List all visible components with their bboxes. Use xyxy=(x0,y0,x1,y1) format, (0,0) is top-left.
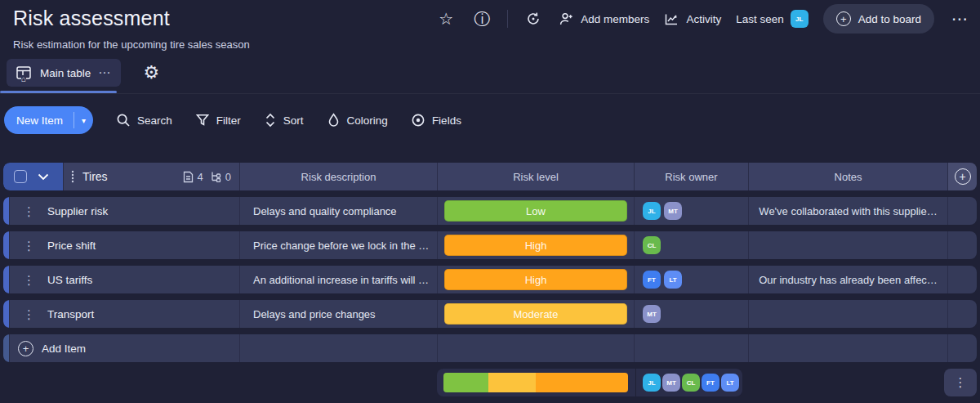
row-menu-icon[interactable]: ⋮ xyxy=(23,205,35,217)
activity-label: Activity xyxy=(686,13,721,25)
risk-description-cell[interactable]: Price change before we lock in the … xyxy=(239,231,437,259)
risk-owner-cell[interactable]: JLMT xyxy=(634,197,748,225)
owner-avatar[interactable]: MT xyxy=(662,374,680,392)
item-name[interactable]: Price shift xyxy=(47,240,96,252)
coloring-button[interactable]: Coloring xyxy=(315,106,399,134)
filter-label: Filter xyxy=(216,114,241,127)
column-header-risk-level[interactable]: Risk level xyxy=(437,163,634,190)
notes-cell[interactable]: We've collaborated with this supplie… xyxy=(748,197,947,225)
risk-owner-cell[interactable]: CL xyxy=(634,231,748,259)
doc-count[interactable]: 4 xyxy=(183,171,203,183)
risk-owner-cell[interactable]: MT xyxy=(634,300,748,328)
doc-count-value: 4 xyxy=(198,171,203,183)
summary-row: JLMTCLFTLT ⋮ xyxy=(3,369,977,396)
risk-level-label[interactable]: High xyxy=(444,235,627,256)
risk-level-cell[interactable]: Low xyxy=(437,197,634,225)
add-column-button[interactable]: + xyxy=(947,163,977,190)
summary-menu-button[interactable]: ⋮ xyxy=(944,369,977,396)
item-name[interactable]: US tariffs xyxy=(47,274,92,286)
owner-avatar[interactable]: FT xyxy=(643,271,661,289)
risk-level-distribution-bar[interactable] xyxy=(443,373,628,392)
risk-level-label[interactable]: High xyxy=(444,269,627,290)
subitems-count[interactable]: 0 xyxy=(210,171,231,183)
new-item-caret-icon[interactable]: ▾ xyxy=(74,106,93,134)
notes-cell[interactable] xyxy=(748,231,947,259)
item-name[interactable]: Transport xyxy=(47,308,94,320)
last-seen-avatar[interactable]: JL xyxy=(791,10,808,28)
row-menu-icon[interactable]: ⋮ xyxy=(23,274,35,286)
risk-level-cell[interactable]: High xyxy=(437,266,634,293)
new-item-label[interactable]: New Item xyxy=(4,106,74,134)
group-header-cell[interactable]: Tires 4 0 xyxy=(63,163,239,190)
owner-avatar[interactable]: LT xyxy=(721,374,739,392)
activity-button[interactable]: Activity xyxy=(664,11,721,27)
document-icon xyxy=(183,171,194,183)
owner-avatar[interactable]: MT xyxy=(664,202,682,220)
integrations-sync-icon[interactable] xyxy=(523,8,544,29)
add-to-board-button[interactable]: + Add to board xyxy=(823,4,934,34)
risk-description-cell[interactable]: Delays and quality compliance xyxy=(239,197,437,225)
risk-level-cell[interactable]: Moderate xyxy=(437,300,634,328)
item-name-cell[interactable]: ⋮ Supplier risk xyxy=(9,197,239,225)
summary-owners: JLMTCLFTLT xyxy=(643,374,739,392)
risk-description-cell[interactable]: Delays and price changes xyxy=(239,300,437,328)
owner-avatar[interactable]: JL xyxy=(643,374,661,392)
owner-avatar[interactable]: LT xyxy=(664,271,682,289)
new-item-button[interactable]: New Item ▾ xyxy=(4,106,93,134)
table-row[interactable]: ⋮ Supplier risk Delays and quality compl… xyxy=(3,197,977,225)
column-header-notes[interactable]: Notes xyxy=(748,163,947,190)
row-menu-icon[interactable]: ⋮ xyxy=(23,240,35,252)
empty-cell xyxy=(947,334,977,362)
notes-cell[interactable] xyxy=(748,300,947,328)
column-header-risk-description[interactable]: Risk description xyxy=(239,163,437,190)
risk-level-cell[interactable]: High xyxy=(437,231,634,259)
board-settings-gear-icon[interactable]: ⚙ xyxy=(140,62,162,83)
item-name[interactable]: Supplier risk xyxy=(47,205,108,217)
filter-button[interactable]: Filter xyxy=(184,106,252,134)
board-menu-icon[interactable]: ⋯ xyxy=(949,8,970,29)
select-all-checkbox[interactable] xyxy=(14,170,27,183)
row-color-stripe xyxy=(3,231,9,259)
risk-owner-cell[interactable]: FTLT xyxy=(634,266,748,293)
risk-description-cell[interactable]: An additional increase in tariffs will … xyxy=(239,266,437,293)
owner-avatar[interactable]: MT xyxy=(643,305,661,323)
coloring-droplet-icon xyxy=(327,113,341,128)
owner-avatar[interactable]: CL xyxy=(682,374,700,392)
item-name-cell[interactable]: ⋮ Transport xyxy=(9,300,239,328)
select-all-cell[interactable] xyxy=(3,163,63,190)
row-end-cell xyxy=(947,197,977,225)
row-menu-icon[interactable]: ⋮ xyxy=(23,308,35,320)
tab-main-table-label: Main table xyxy=(40,67,91,79)
table-row[interactable]: ⋮ Transport Delays and price changes Mod… xyxy=(3,300,977,328)
notes-text: Our industry has already been affec… xyxy=(759,274,938,286)
group-name[interactable]: Tires xyxy=(82,170,108,183)
add-members-button[interactable]: Add members xyxy=(559,11,649,27)
column-header-risk-owner[interactable]: Risk owner xyxy=(634,163,748,190)
item-name-cell[interactable]: ⋮ US tariffs xyxy=(9,266,239,293)
favorite-star-icon[interactable]: ☆ xyxy=(435,8,457,29)
distribution-segment[interactable] xyxy=(443,373,488,392)
owner-avatar[interactable]: FT xyxy=(702,374,719,392)
notes-cell[interactable]: Our industry has already been affec… xyxy=(748,266,947,293)
distribution-segment[interactable] xyxy=(488,373,536,392)
add-item-button[interactable]: + Add Item xyxy=(9,334,239,362)
owner-avatar[interactable]: CL xyxy=(643,236,661,254)
risk-level-label[interactable]: Moderate xyxy=(444,303,627,325)
table-row[interactable]: ⋮ Price shift Price change before we loc… xyxy=(3,231,977,259)
item-name-cell[interactable]: ⋮ Price shift xyxy=(9,231,239,259)
tab-main-table[interactable]: ⌂ Main table ⋯ xyxy=(7,59,121,87)
table-header-row: Tires 4 0 Risk description Risk level Ri… xyxy=(3,163,977,190)
last-seen[interactable]: Last seen JL xyxy=(736,10,808,28)
board-info-icon[interactable]: ⓘ xyxy=(471,8,492,29)
add-item-row[interactable]: + Add Item xyxy=(3,334,977,362)
risk-level-label[interactable]: Low xyxy=(444,200,627,222)
main-table: Tires 4 0 Risk description Risk level Ri… xyxy=(3,163,977,396)
table-row[interactable]: ⋮ US tariffs An additional increase in t… xyxy=(3,266,977,293)
fields-button[interactable]: Fields xyxy=(399,106,473,134)
sort-button[interactable]: Sort xyxy=(252,106,315,134)
search-button[interactable]: Search xyxy=(105,106,184,134)
plus-circle-icon: + xyxy=(836,11,851,26)
tab-options-icon[interactable]: ⋯ xyxy=(98,65,111,80)
distribution-segment[interactable] xyxy=(536,373,628,392)
owner-avatar[interactable]: JL xyxy=(643,202,661,220)
